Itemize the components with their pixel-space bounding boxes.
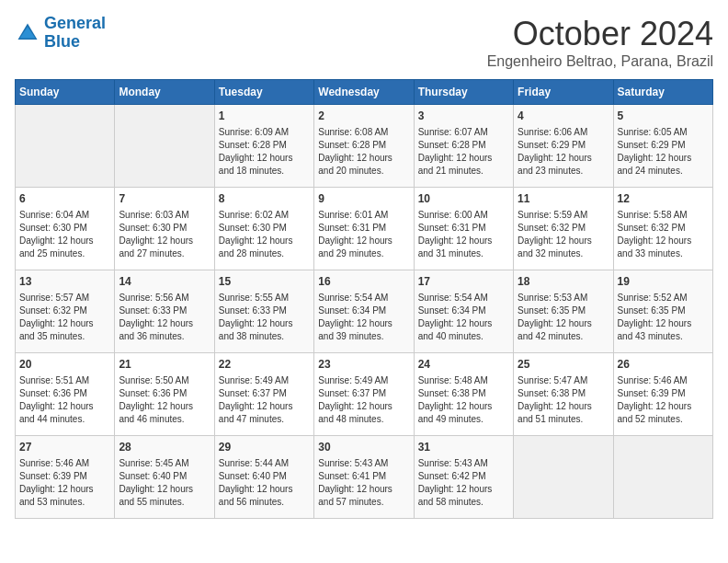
day-number: 22 <box>219 357 310 373</box>
calendar-cell: 30Sunrise: 5:43 AM Sunset: 6:41 PM Dayli… <box>314 436 414 519</box>
day-number: 15 <box>219 274 310 290</box>
day-number: 3 <box>418 109 509 124</box>
day-number: 18 <box>518 274 609 290</box>
col-tuesday: Tuesday <box>214 80 313 105</box>
day-info: Sunrise: 6:00 AM Sunset: 6:31 PM Dayligh… <box>418 209 509 260</box>
location-title: Engenheiro Beltrao, Parana, Brazil <box>487 53 713 70</box>
calendar-cell: 26Sunrise: 5:46 AM Sunset: 6:39 PM Dayli… <box>613 353 712 436</box>
day-number: 13 <box>19 274 110 290</box>
day-info: Sunrise: 5:45 AM Sunset: 6:40 PM Dayligh… <box>119 457 210 509</box>
week-row-5: 27Sunrise: 5:46 AM Sunset: 6:39 PM Dayli… <box>16 436 713 519</box>
day-number: 8 <box>219 191 310 207</box>
day-info: Sunrise: 6:07 AM Sunset: 6:28 PM Dayligh… <box>418 126 509 178</box>
calendar-cell: 3Sunrise: 6:07 AM Sunset: 6:28 PM Daylig… <box>414 105 513 188</box>
day-info: Sunrise: 6:09 AM Sunset: 6:28 PM Dayligh… <box>219 126 310 178</box>
calendar-cell: 7Sunrise: 6:03 AM Sunset: 6:30 PM Daylig… <box>115 188 214 270</box>
calendar-cell: 21Sunrise: 5:50 AM Sunset: 6:36 PM Dayli… <box>115 353 214 436</box>
logo-line2: Blue <box>44 32 80 51</box>
logo-icon <box>15 20 40 46</box>
day-info: Sunrise: 5:43 AM Sunset: 6:41 PM Dayligh… <box>318 457 409 509</box>
day-info: Sunrise: 5:49 AM Sunset: 6:37 PM Dayligh… <box>219 374 310 426</box>
calendar-cell: 15Sunrise: 5:55 AM Sunset: 6:33 PM Dayli… <box>214 270 313 353</box>
calendar-cell: 22Sunrise: 5:49 AM Sunset: 6:37 PM Dayli… <box>214 353 313 436</box>
col-sunday: Sunday <box>16 80 115 105</box>
day-info: Sunrise: 5:59 AM Sunset: 6:32 PM Dayligh… <box>518 209 609 260</box>
calendar-cell: 2Sunrise: 6:08 AM Sunset: 6:28 PM Daylig… <box>314 105 414 188</box>
day-number: 5 <box>618 109 709 124</box>
calendar-cell: 1Sunrise: 6:09 AM Sunset: 6:28 PM Daylig… <box>214 105 313 188</box>
day-number: 6 <box>19 191 110 207</box>
day-number: 25 <box>518 357 609 373</box>
day-info: Sunrise: 5:46 AM Sunset: 6:39 PM Dayligh… <box>618 374 709 426</box>
day-info: Sunrise: 5:58 AM Sunset: 6:32 PM Dayligh… <box>618 209 709 260</box>
day-info: Sunrise: 5:54 AM Sunset: 6:34 PM Dayligh… <box>318 292 409 343</box>
calendar-cell: 28Sunrise: 5:45 AM Sunset: 6:40 PM Dayli… <box>115 436 214 519</box>
day-number: 14 <box>119 274 210 290</box>
day-info: Sunrise: 5:52 AM Sunset: 6:35 PM Dayligh… <box>618 292 709 343</box>
day-number: 16 <box>318 274 409 290</box>
day-info: Sunrise: 5:43 AM Sunset: 6:42 PM Dayligh… <box>418 457 509 509</box>
day-number: 1 <box>219 109 310 124</box>
calendar-table: Sunday Monday Tuesday Wednesday Thursday… <box>15 79 713 519</box>
day-number: 19 <box>618 274 709 290</box>
day-info: Sunrise: 5:56 AM Sunset: 6:33 PM Dayligh… <box>119 292 210 343</box>
calendar-cell: 18Sunrise: 5:53 AM Sunset: 6:35 PM Dayli… <box>514 270 613 353</box>
week-row-3: 13Sunrise: 5:57 AM Sunset: 6:32 PM Dayli… <box>16 270 713 353</box>
day-number: 10 <box>418 191 509 207</box>
day-number: 17 <box>418 274 509 290</box>
week-row-1: 1Sunrise: 6:09 AM Sunset: 6:28 PM Daylig… <box>16 105 713 188</box>
calendar-cell <box>514 436 613 519</box>
day-number: 29 <box>219 440 310 455</box>
calendar-cell <box>16 105 115 188</box>
day-number: 4 <box>518 109 609 124</box>
day-info: Sunrise: 5:53 AM Sunset: 6:35 PM Dayligh… <box>518 292 609 343</box>
day-number: 11 <box>518 191 609 207</box>
day-info: Sunrise: 5:55 AM Sunset: 6:33 PM Dayligh… <box>219 292 310 343</box>
calendar-cell <box>115 105 214 188</box>
calendar-cell: 19Sunrise: 5:52 AM Sunset: 6:35 PM Dayli… <box>613 270 712 353</box>
day-number: 7 <box>119 191 210 207</box>
calendar-cell: 25Sunrise: 5:47 AM Sunset: 6:38 PM Dayli… <box>514 353 613 436</box>
logo: General Blue <box>15 15 106 52</box>
day-number: 12 <box>618 191 709 207</box>
col-saturday: Saturday <box>613 80 712 105</box>
day-number: 2 <box>318 109 409 124</box>
calendar-cell: 5Sunrise: 6:05 AM Sunset: 6:29 PM Daylig… <box>613 105 712 188</box>
calendar-cell: 6Sunrise: 6:04 AM Sunset: 6:30 PM Daylig… <box>16 188 115 270</box>
col-friday: Friday <box>514 80 613 105</box>
col-thursday: Thursday <box>414 80 513 105</box>
calendar-cell: 4Sunrise: 6:06 AM Sunset: 6:29 PM Daylig… <box>514 105 613 188</box>
day-number: 23 <box>318 357 409 373</box>
calendar-cell: 8Sunrise: 6:02 AM Sunset: 6:30 PM Daylig… <box>214 188 313 270</box>
calendar-cell: 11Sunrise: 5:59 AM Sunset: 6:32 PM Dayli… <box>514 188 613 270</box>
page-header: General Blue October 2024 Engenheiro Bel… <box>15 15 713 70</box>
calendar-cell: 9Sunrise: 6:01 AM Sunset: 6:31 PM Daylig… <box>314 188 414 270</box>
calendar-cell: 20Sunrise: 5:51 AM Sunset: 6:36 PM Dayli… <box>16 353 115 436</box>
day-info: Sunrise: 5:57 AM Sunset: 6:32 PM Dayligh… <box>19 292 110 343</box>
calendar-cell: 29Sunrise: 5:44 AM Sunset: 6:40 PM Dayli… <box>214 436 313 519</box>
day-number: 28 <box>119 440 210 455</box>
day-info: Sunrise: 6:03 AM Sunset: 6:30 PM Dayligh… <box>119 209 210 260</box>
day-info: Sunrise: 5:50 AM Sunset: 6:36 PM Dayligh… <box>119 374 210 426</box>
day-info: Sunrise: 6:02 AM Sunset: 6:30 PM Dayligh… <box>219 209 310 260</box>
calendar-cell: 23Sunrise: 5:49 AM Sunset: 6:37 PM Dayli… <box>314 353 414 436</box>
calendar-cell: 14Sunrise: 5:56 AM Sunset: 6:33 PM Dayli… <box>115 270 214 353</box>
day-number: 26 <box>618 357 709 373</box>
day-info: Sunrise: 5:54 AM Sunset: 6:34 PM Dayligh… <box>418 292 509 343</box>
title-block: October 2024 Engenheiro Beltrao, Parana,… <box>487 15 713 70</box>
calendar-cell: 17Sunrise: 5:54 AM Sunset: 6:34 PM Dayli… <box>414 270 513 353</box>
day-info: Sunrise: 5:47 AM Sunset: 6:38 PM Dayligh… <box>518 374 609 426</box>
calendar-cell: 13Sunrise: 5:57 AM Sunset: 6:32 PM Dayli… <box>16 270 115 353</box>
week-row-4: 20Sunrise: 5:51 AM Sunset: 6:36 PM Dayli… <box>16 353 713 436</box>
day-number: 30 <box>318 440 409 455</box>
day-number: 31 <box>418 440 509 455</box>
day-number: 24 <box>418 357 509 373</box>
calendar-cell <box>613 436 712 519</box>
calendar-cell: 16Sunrise: 5:54 AM Sunset: 6:34 PM Dayli… <box>314 270 414 353</box>
day-number: 27 <box>19 440 110 455</box>
calendar-cell: 31Sunrise: 5:43 AM Sunset: 6:42 PM Dayli… <box>414 436 513 519</box>
calendar-cell: 24Sunrise: 5:48 AM Sunset: 6:38 PM Dayli… <box>414 353 513 436</box>
day-info: Sunrise: 5:46 AM Sunset: 6:39 PM Dayligh… <box>19 457 110 509</box>
day-info: Sunrise: 5:48 AM Sunset: 6:38 PM Dayligh… <box>418 374 509 426</box>
day-info: Sunrise: 5:49 AM Sunset: 6:37 PM Dayligh… <box>318 374 409 426</box>
